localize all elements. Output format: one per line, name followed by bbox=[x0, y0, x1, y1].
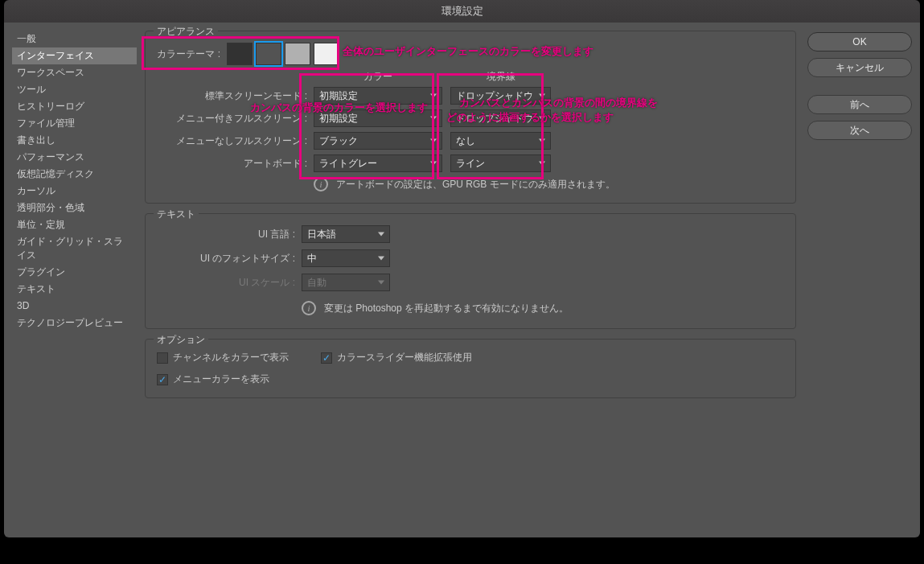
sidebar-item-guides[interactable]: ガイド・グリッド・スライス bbox=[12, 233, 137, 264]
sidebar-item-cursor[interactable]: カーソル bbox=[12, 183, 137, 200]
sidebar: 一般 インターフェイス ワークスペース ツール ヒストリーログ ファイル管理 書… bbox=[12, 31, 137, 529]
cancel-button[interactable]: キャンセル bbox=[807, 58, 912, 77]
sidebar-item-units[interactable]: 単位・定規 bbox=[12, 216, 137, 233]
opt-show-menu-colors[interactable]: メニューカラーを表示 bbox=[157, 373, 784, 386]
ui-lang-label: UI 言語 : bbox=[157, 228, 302, 241]
row3-border-dd[interactable]: ライン bbox=[450, 154, 551, 172]
sidebar-item-file-handling[interactable]: ファイル管理 bbox=[12, 115, 137, 132]
sidebar-item-history[interactable]: ヒストリーログ bbox=[12, 98, 137, 115]
preferences-window: 環境設定 一般 インターフェイス ワークスペース ツール ヒストリーログ ファイ… bbox=[4, 0, 920, 537]
opt-show-menu-colors-check[interactable] bbox=[157, 374, 168, 385]
opt-dynamic-sliders[interactable]: カラースライダー機能拡張使用 bbox=[321, 351, 472, 364]
sidebar-item-general[interactable]: 一般 bbox=[12, 31, 137, 47]
info-icon: i bbox=[302, 301, 316, 315]
annot-label-color-col: カンバスの背景のカラーを選択します bbox=[250, 101, 428, 115]
sidebar-item-workspace[interactable]: ワークスペース bbox=[12, 64, 137, 81]
sidebar-item-3d[interactable]: 3D bbox=[12, 298, 137, 315]
sidebar-item-plugins[interactable]: プラグイン bbox=[12, 264, 137, 281]
sidebar-item-tools[interactable]: ツール bbox=[12, 81, 137, 98]
opt-dynamic-sliders-check[interactable] bbox=[321, 352, 332, 364]
swatch-dark[interactable] bbox=[227, 43, 253, 65]
opt-channel-color[interactable]: チャンネルをカラーで表示 bbox=[157, 351, 289, 364]
annot-label-border-l2: どのように描画するかを選択します bbox=[446, 110, 614, 125]
appearance-title: アピアランス bbox=[154, 25, 218, 39]
sidebar-item-export[interactable]: 書き出し bbox=[12, 132, 137, 149]
text-group: テキスト UI 言語 : 日本語 UI のフォントサイズ : 中 UI スケール… bbox=[145, 213, 796, 329]
opt-channel-color-check[interactable] bbox=[157, 352, 168, 364]
sidebar-item-tech-preview[interactable]: テクノロジープレビュー bbox=[12, 315, 137, 331]
sidebar-item-interface[interactable]: インターフェイス bbox=[12, 47, 137, 64]
row3-color-dd[interactable]: ライトグレー bbox=[314, 154, 442, 172]
swatch-medium-dark[interactable] bbox=[256, 43, 281, 65]
appearance-group: アピアランス カラーテーマ : 全体のユーザインターフェースのカラーを変更します… bbox=[145, 31, 796, 204]
text-group-title: テキスト bbox=[154, 208, 199, 221]
main-panel: アピアランス カラーテーマ : 全体のユーザインターフェースのカラーを変更します… bbox=[145, 31, 799, 529]
appearance-info-text: アートボードの設定は、GPU RGB モードにのみ適用されます。 bbox=[336, 178, 615, 191]
options-group: オプション チャンネルをカラーで表示 カラースライダー機能拡張使用 メニューカラ… bbox=[145, 339, 796, 398]
ui-lang-dd[interactable]: 日本語 bbox=[302, 225, 390, 243]
info-icon: i bbox=[314, 177, 328, 191]
titlebar: 環境設定 bbox=[4, 0, 920, 23]
annot-label-theme: 全体のユーザインターフェースのカラーを変更します bbox=[343, 44, 593, 59]
row3-label: アートボード : bbox=[157, 157, 314, 171]
swatch-medium-light[interactable] bbox=[285, 43, 310, 65]
options-title: オプション bbox=[154, 333, 208, 347]
ok-button[interactable]: OK bbox=[807, 32, 912, 51]
ui-scale-dd: 自動 bbox=[302, 274, 390, 291]
color-theme-swatches bbox=[227, 43, 339, 65]
row2-label: メニューなしフルスクリーン : bbox=[157, 134, 314, 148]
annot-label-border-l1: カンバスとカンバスの背景の間の境界線を bbox=[459, 96, 658, 110]
ui-scale-label: UI スケール : bbox=[157, 276, 302, 290]
row2-color-dd[interactable]: ブラック bbox=[314, 132, 442, 150]
col-header-color: カラー bbox=[314, 70, 442, 84]
col-header-border: 境界線 bbox=[450, 70, 551, 84]
row2-border-dd[interactable]: なし bbox=[450, 132, 551, 150]
sidebar-item-performance[interactable]: パフォーマンス bbox=[12, 149, 137, 166]
right-buttons: OK キャンセル 前へ 次へ bbox=[807, 31, 912, 529]
sidebar-item-transparency[interactable]: 透明部分・色域 bbox=[12, 200, 137, 216]
swatch-light[interactable] bbox=[314, 43, 339, 65]
ui-fontsize-dd[interactable]: 中 bbox=[302, 249, 390, 267]
prev-button[interactable]: 前へ bbox=[807, 95, 912, 114]
next-button[interactable]: 次へ bbox=[807, 121, 912, 140]
ui-fontsize-label: UI のフォントサイズ : bbox=[157, 252, 302, 266]
color-theme-label: カラーテーマ : bbox=[157, 47, 227, 61]
window-title: 環境設定 bbox=[441, 4, 483, 19]
text-info: 変更は Photoshop を再起動するまで有効になりません。 bbox=[324, 302, 569, 315]
content-area: 一般 インターフェイス ワークスペース ツール ヒストリーログ ファイル管理 書… bbox=[4, 23, 920, 537]
sidebar-item-scratch[interactable]: 仮想記憶ディスク bbox=[12, 166, 137, 183]
sidebar-item-type[interactable]: テキスト bbox=[12, 281, 137, 298]
